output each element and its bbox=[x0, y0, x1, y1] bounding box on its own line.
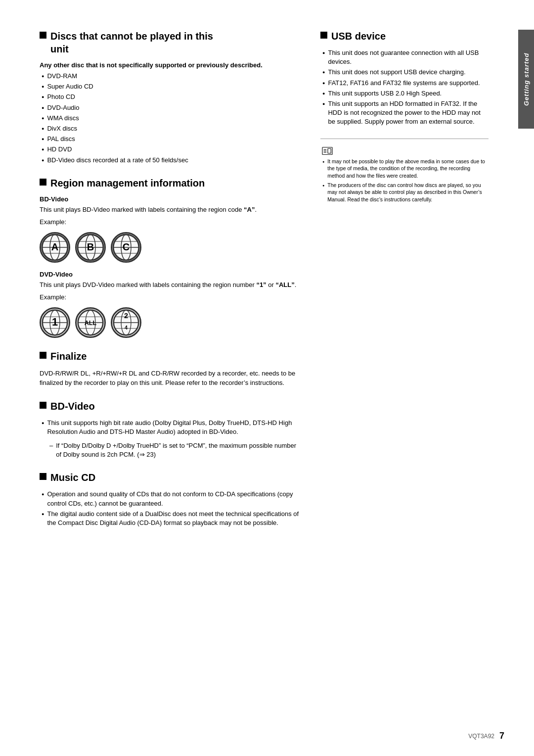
region-badge-2: 2 4 bbox=[111, 307, 141, 338]
dvd-video-example: Example: bbox=[40, 292, 301, 302]
disc-list: DVD-RAM Super Audio CD Photo CD DVD-Audi… bbox=[40, 72, 301, 165]
svg-text:A: A bbox=[51, 241, 58, 252]
badge-2-svg: 2 4 bbox=[111, 309, 141, 336]
right-column: USB device This unit does not guarantee … bbox=[320, 30, 489, 726]
music-cd-title-text: Music CD bbox=[50, 471, 95, 484]
finalize-title-text: Finalize bbox=[50, 350, 87, 363]
list-item: WMA discs bbox=[42, 114, 301, 123]
svg-rect-41 bbox=[328, 148, 331, 153]
list-item: PAL discs bbox=[42, 135, 301, 143]
bd-video-title-text: BD-Video bbox=[50, 400, 95, 413]
badge-b-svg: B bbox=[77, 234, 104, 261]
section-usb: USB device This unit does not guarantee … bbox=[320, 30, 489, 127]
svg-text:ALL: ALL bbox=[85, 320, 97, 327]
badge-a-svg: A bbox=[41, 234, 69, 261]
page-footer: VQT3A92 7 bbox=[468, 731, 504, 741]
page-number: 7 bbox=[499, 731, 504, 741]
section-bd-video: BD-Video This unit supports high bit rat… bbox=[40, 400, 301, 460]
region-title: Region management information bbox=[40, 177, 301, 189]
list-item: HD DVD bbox=[42, 145, 301, 154]
bd-video-text: This unit plays BD-Video marked with lab… bbox=[40, 205, 301, 215]
list-item: DVD-RAM bbox=[42, 72, 301, 81]
list-item: The digital audio content side of a Dual… bbox=[42, 510, 301, 527]
usb-list: This unit does not guarantee connection … bbox=[320, 48, 489, 127]
dvd-video-heading: DVD-Video bbox=[40, 271, 301, 278]
list-item: This unit supports an HDD formatted in F… bbox=[322, 99, 489, 127]
section-notes: It may not be possible to play the above… bbox=[320, 146, 489, 203]
svg-text:1: 1 bbox=[52, 316, 58, 328]
finalize-title: Finalize bbox=[40, 350, 301, 363]
list-item: It may not be possible to play the above… bbox=[322, 158, 489, 180]
bullet-square-icon bbox=[40, 352, 46, 359]
region-badge-a: A bbox=[40, 232, 70, 263]
region-badge-1: 1 bbox=[40, 307, 70, 338]
page: Getting started Discs that cannot be pla… bbox=[0, 0, 534, 756]
usb-title-text: USB device bbox=[331, 30, 386, 43]
section-region: Region management information BD-Video T… bbox=[40, 177, 301, 338]
dvd-region-badges: 1 ALL bbox=[40, 307, 301, 338]
music-cd-title: Music CD bbox=[40, 471, 301, 484]
divider bbox=[320, 139, 489, 139]
section-music-cd: Music CD Operation and sound quality of … bbox=[40, 471, 301, 527]
bd-video-list: This unit supports high bit rate audio (… bbox=[40, 419, 301, 436]
main-content: Discs that cannot be played in this unit… bbox=[0, 0, 518, 756]
usb-title: USB device bbox=[320, 30, 489, 43]
list-item: Photo CD bbox=[42, 93, 301, 101]
section-finalize: Finalize DVD-R/RW/R DL, +R/+RW/+R DL and… bbox=[40, 350, 301, 388]
region-badge-b: B bbox=[75, 232, 106, 263]
list-item: If “Dolby D/Dolby D +/Dolby TrueHD” is s… bbox=[49, 441, 301, 459]
region-title-text: Region management information bbox=[50, 177, 205, 189]
badge-c-svg: C bbox=[112, 234, 140, 261]
svg-text:2: 2 bbox=[124, 312, 128, 320]
svg-text:4: 4 bbox=[125, 324, 128, 330]
list-item: BD-Video discs recorded at a rate of 50 … bbox=[42, 156, 301, 165]
svg-text:B: B bbox=[87, 241, 94, 252]
discs-subtitle: Any other disc that is not specifically … bbox=[40, 61, 301, 69]
note-icon bbox=[320, 146, 334, 156]
bd-video-example: Example: bbox=[40, 217, 301, 227]
bd-video-dash-list: If “Dolby D/Dolby D +/Dolby TrueHD” is s… bbox=[40, 441, 301, 459]
svg-text:C: C bbox=[123, 241, 130, 252]
left-column: Discs that cannot be played in this unit… bbox=[40, 30, 301, 726]
list-item: This unit does not guarantee connection … bbox=[322, 48, 489, 66]
bd-region-badges: A B bbox=[40, 232, 301, 263]
music-cd-list: Operation and sound quality of CDs that … bbox=[40, 490, 301, 527]
list-item: The producers of the disc can control ho… bbox=[322, 182, 489, 203]
bullet-square-icon bbox=[40, 402, 46, 409]
finalize-text: DVD-R/RW/R DL, +R/+RW/+R DL and CD-R/RW … bbox=[40, 369, 301, 388]
bullet-square-icon bbox=[40, 473, 46, 480]
region-badge-all: ALL bbox=[75, 307, 106, 338]
discs-title-text: Discs that cannot be played in this unit bbox=[50, 30, 213, 55]
list-item: DivX discs bbox=[42, 124, 301, 133]
list-item: FAT12, FAT16 and FAT32 file systems are … bbox=[322, 79, 489, 88]
dvd-video-text: This unit plays DVD-Video marked with la… bbox=[40, 280, 301, 290]
sidebar-label: Getting started bbox=[523, 52, 530, 105]
list-item: Operation and sound quality of CDs that … bbox=[42, 490, 301, 508]
notes-list: It may not be possible to play the above… bbox=[320, 158, 489, 203]
bullet-square-icon bbox=[40, 179, 46, 186]
badge-all-svg: ALL bbox=[75, 309, 106, 336]
section-discs: Discs that cannot be played in this unit… bbox=[40, 30, 301, 165]
list-item: Super Audio CD bbox=[42, 82, 301, 91]
bd-video-title: BD-Video bbox=[40, 400, 301, 413]
list-item: This unit supports USB 2.0 High Speed. bbox=[322, 89, 489, 98]
list-item: This unit does not support USB device ch… bbox=[322, 68, 489, 77]
sidebar-tab: Getting started bbox=[518, 30, 534, 129]
bullet-square-icon bbox=[320, 32, 327, 39]
bullet-square-icon bbox=[40, 32, 46, 39]
bd-video-heading: BD-Video bbox=[40, 195, 301, 203]
region-badge-c: C bbox=[111, 232, 141, 263]
list-item: DVD-Audio bbox=[42, 103, 301, 112]
product-code: VQT3A92 bbox=[468, 733, 494, 740]
list-item: This unit supports high bit rate audio (… bbox=[42, 419, 301, 436]
badge-1-svg: 1 bbox=[40, 309, 70, 336]
discs-title: Discs that cannot be played in this unit bbox=[40, 30, 301, 55]
